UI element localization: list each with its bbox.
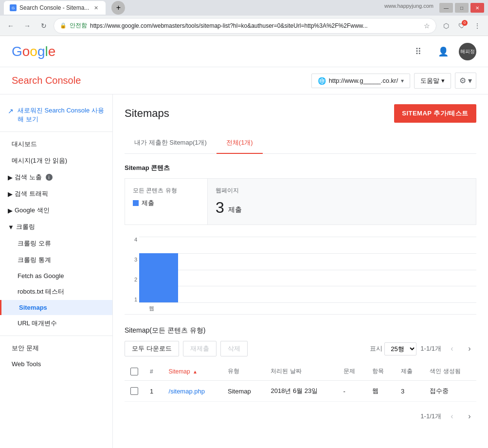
prev-page-button[interactable]: ‹ xyxy=(445,342,459,355)
minimize-button[interactable]: — xyxy=(439,3,453,13)
dashboard-label: 대시보드 xyxy=(12,140,37,149)
col-sitemap: Sitemap ▲ xyxy=(163,362,222,381)
sidebar-divider-1 xyxy=(0,131,112,132)
chrome-menu-button[interactable]: ⋮ xyxy=(470,19,484,33)
download-all-button[interactable]: 모두 다운로드 xyxy=(125,341,179,356)
notification-button[interactable]: 🛡 0 xyxy=(455,19,469,33)
reload-button[interactable]: ↻ xyxy=(37,19,51,33)
address-text: https://www.google.com/webmasters/tools/… xyxy=(90,22,421,29)
security-label: 보안 문제 xyxy=(12,344,39,353)
rows-select-input[interactable]: 25행 10행 50행 xyxy=(384,342,416,355)
extensions-button[interactable]: ⬡ xyxy=(439,19,453,33)
grid-line-4 xyxy=(139,237,476,237)
page-title: Sitemaps xyxy=(125,107,169,120)
address-field[interactable]: 🔒 안전함 https://www.google.com/webmasters/… xyxy=(54,18,436,34)
sidebar: ↗ 새로워진 Search Console 사용해 보기 대시보드 메시지(1개… xyxy=(0,94,113,448)
triangle-icon-traffic: ▶ xyxy=(8,190,13,198)
settings-icon: ⚙ xyxy=(459,76,466,85)
col-type: 유형 xyxy=(222,362,265,381)
col-indexed: 색인 생성됨 xyxy=(424,362,476,381)
window-close-button[interactable]: ✕ xyxy=(470,3,484,13)
y-label-3: 3 xyxy=(134,257,137,262)
settings-dropdown-arrow: ▾ xyxy=(468,76,472,85)
tab-close-button[interactable]: ✕ xyxy=(92,4,100,12)
back-button[interactable]: ← xyxy=(4,19,18,33)
triangle-icon: ▶ xyxy=(8,174,13,181)
help-button[interactable]: 도움말 ▾ xyxy=(414,73,451,89)
account-button[interactable]: 👤 xyxy=(434,42,453,61)
sidebar-item-search-exposure[interactable]: ▶ 검색 노출 i xyxy=(0,169,112,186)
sidebar-divider-2 xyxy=(0,336,112,336)
select-all-header xyxy=(125,362,144,381)
footer-prev-button[interactable]: ‹ xyxy=(445,410,459,423)
tab-submitted[interactable]: 내가 제출한 Sitemap(1개) xyxy=(125,132,217,154)
content-type-text: 제출 xyxy=(142,199,154,207)
next-page-button[interactable]: › xyxy=(463,342,476,355)
search-exposure-label: 검색 노출 xyxy=(15,173,42,182)
apps-button[interactable]: ⠿ xyxy=(408,42,428,61)
webpage-label: 웹페이지 xyxy=(216,187,468,195)
new-console-text: 새로워진 Search Console 사용해 보기 xyxy=(18,106,105,124)
site-icon: 🌐 xyxy=(318,77,326,85)
maximize-button[interactable]: □ xyxy=(455,3,469,13)
sidebar-item-web-tools[interactable]: Web Tools xyxy=(0,356,112,372)
fetch-google-label: Fetch as Google xyxy=(18,272,64,280)
add-sitemap-button[interactable]: SITEMAP 추가/테스트 xyxy=(394,104,476,123)
new-tab-button[interactable]: + xyxy=(111,1,125,15)
row-submitted: 3 xyxy=(395,381,424,402)
avatar[interactable]: 해피정 xyxy=(459,43,476,60)
sidebar-item-crawl-errors[interactable]: 크롤링 오류 xyxy=(0,235,112,252)
site-dropdown-arrow: ▾ xyxy=(401,77,404,84)
table-header-row: # Sitemap ▲ 유형 처리된 날짜 문제 항목 제출 색인 생성됨 xyxy=(125,362,476,381)
google-logo: Google xyxy=(12,44,55,59)
security-icon: 🔒 xyxy=(60,22,67,29)
sidebar-item-search-traffic[interactable]: ▶ 검색 트래픽 xyxy=(0,186,112,202)
page-header: Sitemaps SITEMAP 추가/테스트 xyxy=(125,104,476,123)
sidebar-item-fetch-google[interactable]: Fetch as Google xyxy=(0,268,112,283)
sidebar-item-robots-test[interactable]: robots.txt 테스터 xyxy=(0,283,112,300)
sidebar-item-google-index[interactable]: ▶ Google 색인 xyxy=(0,202,112,219)
tabs-container: 내가 제출한 Sitemap(1개) 전체(1개) xyxy=(125,132,476,154)
row-issues: - xyxy=(338,381,366,402)
row-num: 1 xyxy=(144,381,163,402)
sidebar-item-crawl-stats[interactable]: 크롤링 통계 xyxy=(0,252,112,268)
col-items: 항목 xyxy=(366,362,395,381)
row-sitemap-link[interactable]: /sitemap.php xyxy=(163,381,222,402)
table-toolbar: 모두 다운로드 재제출 삭제 표시 25행 10행 50행 1-1/1개 ‹ › xyxy=(125,341,476,356)
new-console-link[interactable]: ↗ 새로워진 Search Console 사용해 보기 xyxy=(0,102,112,128)
table-body: 1 /sitemap.php Sitemap 2018년 6월 23일 - 웹 … xyxy=(125,381,476,402)
grid-line-1 xyxy=(139,286,476,286)
sitemaps-label: Sitemaps xyxy=(19,304,47,311)
select-all-checkbox[interactable] xyxy=(130,368,138,375)
col-date: 처리된 날짜 xyxy=(265,362,337,381)
rows-label: 표시 xyxy=(370,344,382,353)
resubmit-button[interactable]: 재제출 xyxy=(183,341,217,356)
tab-all[interactable]: 전체(1개) xyxy=(217,132,263,154)
sitemap-content-box: 모든 콘텐츠 유형 제출 웹페이지 3 제출 xyxy=(125,178,476,225)
y-label-2: 2 xyxy=(134,277,137,282)
page-info: 1-1/1개 xyxy=(420,344,441,353)
forward-button[interactable]: → xyxy=(20,19,34,33)
settings-button[interactable]: ⚙ ▾ xyxy=(455,73,476,89)
triangle-icon-index: ▶ xyxy=(8,207,13,214)
crawl-stats-label: 크롤링 통계 xyxy=(18,256,51,264)
sidebar-item-dashboard[interactable]: 대시보드 xyxy=(0,136,112,152)
sidebar-item-crawling[interactable]: ▼ 크롤링 xyxy=(0,219,112,235)
help-dropdown-arrow: ▾ xyxy=(441,77,445,84)
site-selector[interactable]: 🌐 http://www.g_____.co.kr/ ▾ xyxy=(311,74,410,88)
row-checkbox[interactable] xyxy=(130,387,138,395)
sidebar-item-security[interactable]: 보안 문제 xyxy=(0,340,112,356)
robots-test-label: robots.txt 테스터 xyxy=(18,287,64,296)
webpage-number: 3 xyxy=(216,199,224,217)
footer-next-button[interactable]: › xyxy=(463,410,476,423)
chart-y-axis: 4 3 2 1 xyxy=(125,237,139,302)
content-type-item: 제출 xyxy=(133,199,199,207)
sidebar-item-url-params[interactable]: URL 매개변수 xyxy=(0,315,112,332)
sidebar-item-messages[interactable]: 메시지(1개 안 읽음) xyxy=(0,152,112,169)
main-layout: ↗ 새로워진 Search Console 사용해 보기 대시보드 메시지(1개… xyxy=(0,94,488,448)
browser-tab[interactable]: G Search Console - Sitema... ✕ xyxy=(4,1,106,15)
bookmark-icon[interactable]: ☆ xyxy=(424,22,430,30)
sc-header: Search Console 🌐 http://www.g_____.co.kr… xyxy=(0,67,488,94)
sidebar-item-sitemaps[interactable]: Sitemaps xyxy=(0,300,112,315)
delete-button[interactable]: 삭제 xyxy=(220,341,248,356)
